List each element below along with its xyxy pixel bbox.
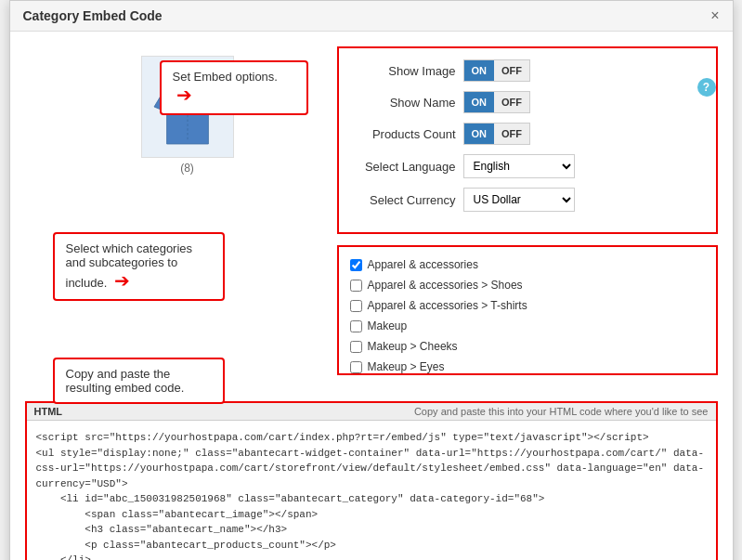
product-preview: (8) Set Embed options. ➔ Select which ca… xyxy=(53,56,322,175)
show-name-on[interactable]: ON xyxy=(464,92,495,112)
product-count: (8) xyxy=(180,162,194,175)
category-checkbox[interactable] xyxy=(350,259,362,271)
copy-hint: Copy and paste this into your HTML code … xyxy=(414,406,709,417)
products-count-toggle[interactable]: ON OFF xyxy=(463,123,531,145)
show-name-label: Show Name xyxy=(354,96,456,110)
dialog-body: (8) Set Embed options. ➔ Select which ca… xyxy=(10,32,733,401)
select-language-row: Select Language English French Spanish G… xyxy=(354,154,701,178)
category-label: Makeup > Cheeks xyxy=(368,340,458,353)
html-section: HTML Copy and paste this into your HTML … xyxy=(25,401,718,560)
dialog-header: Category Embed Code × xyxy=(10,1,733,32)
html-label: HTML xyxy=(34,406,63,417)
show-image-off[interactable]: OFF xyxy=(494,60,529,81)
show-name-toggle[interactable]: ON OFF xyxy=(463,91,531,113)
help-icon[interactable]: ? xyxy=(697,78,716,97)
category-label: Apparel & accessories > T-shirts xyxy=(368,299,527,312)
category-label: Makeup > Eyes xyxy=(368,360,445,373)
show-image-toggle[interactable]: ON OFF xyxy=(463,59,531,82)
select-language-label: Select Language xyxy=(354,160,456,174)
left-panel: (8) Set Embed options. ➔ Select which ca… xyxy=(25,46,322,386)
arrow-right-icon-2: ➔ xyxy=(114,269,130,292)
list-item: Apparel & accessories > Shoes xyxy=(346,275,709,295)
category-checkbox[interactable] xyxy=(350,341,362,353)
select-currency-label: Select Currency xyxy=(354,193,456,207)
products-count-row: Products Count ON OFF xyxy=(354,123,701,145)
show-name-off[interactable]: OFF xyxy=(494,92,529,112)
categories-box: Apparel & accessoriesApparel & accessori… xyxy=(337,245,718,375)
list-item: Makeup > Eyes xyxy=(346,357,709,375)
category-embed-dialog: Category Embed Code × xyxy=(9,0,734,560)
products-count-off[interactable]: OFF xyxy=(494,124,529,144)
show-image-label: Show Image xyxy=(354,64,456,78)
dialog-title: Category Embed Code xyxy=(23,8,163,23)
category-checkbox[interactable] xyxy=(350,300,362,312)
right-panel: ? Show Image ON OFF Show Name ON OFF xyxy=(337,46,718,386)
callout-categories: Select which categories and subcategorie… xyxy=(53,232,225,301)
callout-embed-code: Copy and paste the resulting embed code. xyxy=(53,358,225,404)
category-checkbox[interactable] xyxy=(350,320,362,332)
html-code[interactable]: <script src="https://yourhostpapa.com/ca… xyxy=(27,421,716,560)
category-label: Makeup xyxy=(368,319,408,332)
category-checkbox[interactable] xyxy=(350,361,362,373)
language-select[interactable]: English French Spanish German xyxy=(463,154,575,178)
show-name-row: Show Name ON OFF xyxy=(354,91,701,113)
category-label: Apparel & accessories xyxy=(368,258,478,271)
category-checkbox[interactable] xyxy=(350,280,362,292)
show-image-row: Show Image ON OFF xyxy=(354,59,701,82)
callout-embed-options: Set Embed options. ➔ xyxy=(160,60,308,115)
list-item: Apparel & accessories > T-shirts xyxy=(346,295,709,316)
list-item: Apparel & accessories xyxy=(346,254,709,275)
products-count-label: Products Count xyxy=(354,127,456,141)
list-item: Makeup xyxy=(346,316,709,336)
products-count-on[interactable]: ON xyxy=(464,124,495,144)
list-item: Makeup > Cheeks xyxy=(346,336,709,357)
category-label: Apparel & accessories > Shoes xyxy=(368,279,523,292)
select-currency-row: Select Currency US Dollar Euro GBP xyxy=(354,188,701,212)
close-button[interactable]: × xyxy=(710,8,719,23)
arrow-right-icon: ➔ xyxy=(176,84,192,106)
currency-select[interactable]: US Dollar Euro GBP xyxy=(463,188,575,212)
options-box: Show Image ON OFF Show Name ON OFF xyxy=(337,46,718,234)
show-image-on[interactable]: ON xyxy=(464,60,495,81)
